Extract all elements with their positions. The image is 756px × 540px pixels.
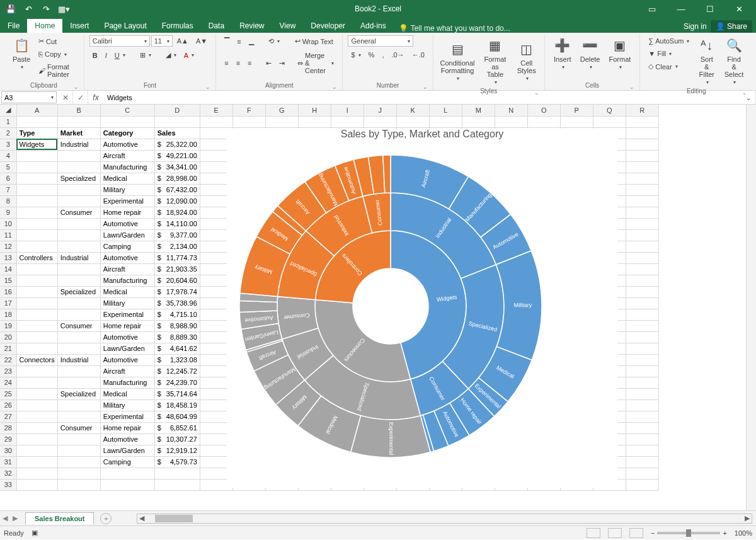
cell[interactable]: Experimental [100, 195, 154, 207]
insert-cells-button[interactable]: ➕Insert [550, 35, 575, 71]
cell[interactable] [396, 116, 429, 127]
cell[interactable]: Military [100, 399, 154, 411]
tab-home[interactable]: Home [27, 19, 62, 33]
cell[interactable] [16, 286, 57, 297]
column-header[interactable]: H [298, 105, 331, 116]
tab-page-layout[interactable]: Page Layout [96, 19, 154, 33]
customize-qat-icon[interactable]: ▦▾ [55, 2, 72, 16]
cell[interactable] [626, 229, 658, 241]
sheet-tab-active[interactable]: Sales Breakout [25, 512, 94, 524]
column-header[interactable]: L [429, 105, 462, 116]
autosum-button[interactable]: ∑AutoSum [645, 35, 692, 47]
cell[interactable] [626, 354, 658, 365]
cell[interactable]: $48,604.99 [154, 411, 200, 422]
column-header[interactable]: I [331, 105, 364, 116]
cell[interactable]: $14,110.00 [154, 218, 200, 229]
paste-button[interactable]: 📋 Paste [9, 35, 34, 71]
cell[interactable] [626, 479, 658, 490]
row-header[interactable]: 6 [0, 173, 16, 184]
cell[interactable]: Lawn/Garden [100, 445, 154, 456]
tab-insert[interactable]: Insert [62, 19, 96, 33]
align-right-icon[interactable]: ≡ [244, 57, 255, 69]
cell[interactable] [626, 411, 658, 422]
cell[interactable] [100, 468, 154, 479]
cell[interactable]: Medical [100, 388, 154, 399]
comma-button[interactable]: , [379, 49, 387, 60]
row-header[interactable]: 14 [0, 263, 16, 275]
row-header[interactable]: 1 [0, 116, 16, 127]
cell[interactable] [57, 195, 100, 207]
maximize-icon[interactable]: ☐ [696, 0, 724, 18]
cell[interactable]: Automotive [100, 139, 154, 150]
cell[interactable] [154, 468, 200, 479]
cell[interactable] [626, 116, 658, 127]
cell[interactable] [57, 331, 100, 343]
cell[interactable] [57, 411, 100, 422]
sunburst-chart[interactable]: Sales by Type, Market and Category Widge… [227, 129, 617, 488]
cell[interactable] [626, 173, 658, 184]
enter-fx-icon[interactable]: ✓ [73, 91, 88, 104]
cell[interactable]: Industrial [57, 139, 100, 150]
cell[interactable] [265, 116, 298, 127]
cell[interactable] [626, 241, 658, 252]
cell[interactable] [16, 218, 57, 229]
cell[interactable] [626, 195, 658, 207]
cell[interactable]: $9,377.00 [154, 229, 200, 241]
cell[interactable]: $34,341.00 [154, 161, 200, 173]
share-button[interactable]: 👤 Share [711, 20, 752, 33]
cell[interactable]: $1,323.08 [154, 354, 200, 365]
row-header[interactable]: 4 [0, 150, 16, 161]
cell[interactable]: Consumer [57, 320, 100, 331]
cell[interactable] [57, 218, 100, 229]
row-header[interactable]: 7 [0, 184, 16, 195]
cell[interactable]: Consumer [57, 422, 100, 434]
cell[interactable] [626, 139, 658, 150]
increase-indent-icon[interactable]: ⇥ [276, 57, 288, 69]
borders-button[interactable]: ⊞ [137, 49, 154, 61]
cell[interactable]: $18,458.19 [154, 399, 200, 411]
cell[interactable]: Military [100, 184, 154, 195]
align-middle-icon[interactable]: ≡ [234, 36, 244, 47]
cell[interactable]: $4,579.73 [154, 456, 200, 468]
cell[interactable]: $4,715.10 [154, 309, 200, 320]
row-header[interactable]: 18 [0, 309, 16, 320]
cell[interactable] [298, 116, 331, 127]
column-header[interactable]: K [396, 105, 429, 116]
fill-color-button[interactable]: ◢ [163, 49, 180, 61]
minimize-icon[interactable]: — [667, 0, 696, 18]
align-center-icon[interactable]: ≡ [233, 57, 243, 69]
percent-button[interactable]: % [365, 49, 378, 60]
cell[interactable]: Military [100, 297, 154, 309]
cell[interactable]: Widgets [16, 139, 57, 150]
orientation-icon[interactable]: ⟲ [265, 35, 283, 47]
cell[interactable]: Category [100, 127, 154, 139]
tab-data[interactable]: Data [201, 19, 232, 33]
cell[interactable] [626, 218, 658, 229]
cell[interactable] [626, 343, 658, 354]
cell[interactable] [626, 207, 658, 218]
cell[interactable]: $12,245.72 [154, 365, 200, 377]
cell[interactable] [57, 445, 100, 456]
increase-font-icon[interactable]: A▲ [174, 35, 192, 47]
cell[interactable] [626, 150, 658, 161]
cell[interactable]: Specialized [57, 286, 100, 297]
cell[interactable]: Lawn/Garden [100, 343, 154, 354]
cell[interactable] [626, 297, 658, 309]
row-header[interactable]: 19 [0, 320, 16, 331]
cell[interactable] [16, 479, 57, 490]
row-header[interactable]: 22 [0, 354, 16, 365]
cell[interactable]: Automotive [100, 331, 154, 343]
cell[interactable] [57, 456, 100, 468]
zoom-percent[interactable]: 100% [735, 529, 752, 537]
cell[interactable] [16, 207, 57, 218]
decrease-decimal-icon[interactable]: ←.0 [409, 49, 428, 60]
cell[interactable] [16, 320, 57, 331]
zoom-slider[interactable]: − + [651, 529, 727, 537]
delete-cells-button[interactable]: ➖Delete [576, 35, 604, 71]
cell[interactable] [331, 116, 364, 127]
cell[interactable] [200, 116, 232, 127]
cell[interactable] [57, 479, 100, 490]
tell-me-search[interactable]: 💡 Tell me what you want to do... [399, 24, 510, 33]
zoom-in-icon[interactable]: + [723, 529, 726, 537]
cell[interactable] [626, 309, 658, 320]
